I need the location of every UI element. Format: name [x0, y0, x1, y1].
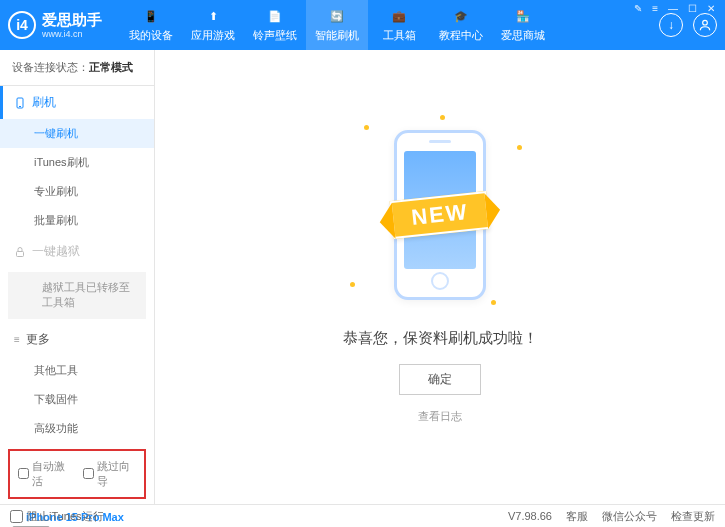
nav-item-5[interactable]: 🎓教程中心: [430, 0, 492, 50]
nav-item-0[interactable]: 📱我的设备: [120, 0, 182, 50]
wechat-link[interactable]: 微信公众号: [602, 509, 657, 524]
sidebar-item-下载固件[interactable]: 下载固件: [0, 385, 154, 414]
nav-item-4[interactable]: 💼工具箱: [368, 0, 430, 50]
sidebar-item-iTunes刷机[interactable]: iTunes刷机: [0, 148, 154, 177]
logo[interactable]: i4 爱思助手 www.i4.cn: [8, 11, 102, 40]
close-button[interactable]: ✕: [705, 3, 717, 14]
minimize-button[interactable]: —: [666, 3, 680, 14]
download-button[interactable]: ↓: [659, 13, 683, 37]
logo-icon: i4: [8, 11, 36, 39]
update-link[interactable]: 检查更新: [671, 509, 715, 524]
titlebar: i4 爱思助手 www.i4.cn 📱我的设备⬆应用游戏📄铃声壁纸🔄智能刷机💼工…: [0, 0, 725, 50]
svg-rect-3: [17, 251, 24, 256]
auto-activate-checkbox[interactable]: 自动激活: [18, 459, 71, 489]
nav-icon: 📱: [142, 7, 160, 25]
phone-icon: [14, 97, 26, 109]
connection-status: 设备连接状态：正常模式: [0, 50, 154, 86]
hamburger-icon: ≡: [14, 334, 20, 345]
svg-point-0: [703, 20, 708, 25]
nav-item-1[interactable]: ⬆应用游戏: [182, 0, 244, 50]
nav-icon: 📄: [266, 7, 284, 25]
main-panel: NEW 恭喜您，保资料刷机成功啦！ 确定 查看日志: [155, 50, 725, 504]
sidebar-item-一键刷机[interactable]: 一键刷机: [0, 119, 154, 148]
success-text: 恭喜您，保资料刷机成功啦！: [343, 329, 538, 348]
view-log-link[interactable]: 查看日志: [418, 409, 462, 424]
section-more[interactable]: ≡ 更多: [0, 323, 154, 356]
section-jailbreak[interactable]: 一键越狱: [0, 235, 154, 268]
lock-icon: [14, 246, 26, 258]
app-url: www.i4.cn: [42, 29, 102, 40]
jailbreak-note: 越狱工具已转移至工具箱: [8, 272, 146, 319]
maximize-button[interactable]: ☐: [686, 3, 699, 14]
nav-item-2[interactable]: 📄铃声壁纸: [244, 0, 306, 50]
app-title: 爱思助手: [42, 11, 102, 29]
block-itunes-checkbox[interactable]: 阻止iTunes运行: [10, 509, 104, 524]
nav-icon: 💼: [390, 7, 408, 25]
version-label: V7.98.66: [508, 510, 552, 522]
sidebar-item-专业刷机[interactable]: 专业刷机: [0, 177, 154, 206]
skin-button[interactable]: ✎: [632, 3, 644, 14]
nav-bar: 📱我的设备⬆应用游戏📄铃声壁纸🔄智能刷机💼工具箱🎓教程中心🏪爱思商城: [120, 0, 659, 50]
success-illustration: NEW: [340, 115, 540, 315]
sidebar-item-批量刷机[interactable]: 批量刷机: [0, 206, 154, 235]
support-link[interactable]: 客服: [566, 509, 588, 524]
user-icon: [698, 18, 712, 32]
ok-button[interactable]: 确定: [399, 364, 481, 395]
download-icon: ↓: [668, 18, 674, 32]
sidebar-item-其他工具[interactable]: 其他工具: [0, 356, 154, 385]
sidebar: 设备连接状态：正常模式 刷机 一键刷机iTunes刷机专业刷机批量刷机 一键越狱…: [0, 50, 155, 504]
skip-guide-checkbox[interactable]: 跳过向导: [83, 459, 136, 489]
menu-button[interactable]: ≡: [650, 3, 660, 14]
nav-icon: ⬆: [204, 7, 222, 25]
nav-icon: 🏪: [514, 7, 532, 25]
user-button[interactable]: [693, 13, 717, 37]
titlebar-right: ↓: [659, 13, 717, 37]
nav-item-3[interactable]: 🔄智能刷机: [306, 0, 368, 50]
nav-item-6[interactable]: 🏪爱思商城: [492, 0, 554, 50]
sidebar-item-高级功能[interactable]: 高级功能: [0, 414, 154, 443]
options-box: 自动激活 跳过向导: [8, 449, 146, 499]
window-controls: ✎ ≡ — ☐ ✕: [632, 3, 717, 14]
nav-icon: 🎓: [452, 7, 470, 25]
nav-icon: 🔄: [328, 7, 346, 25]
section-flash[interactable]: 刷机: [0, 86, 154, 119]
